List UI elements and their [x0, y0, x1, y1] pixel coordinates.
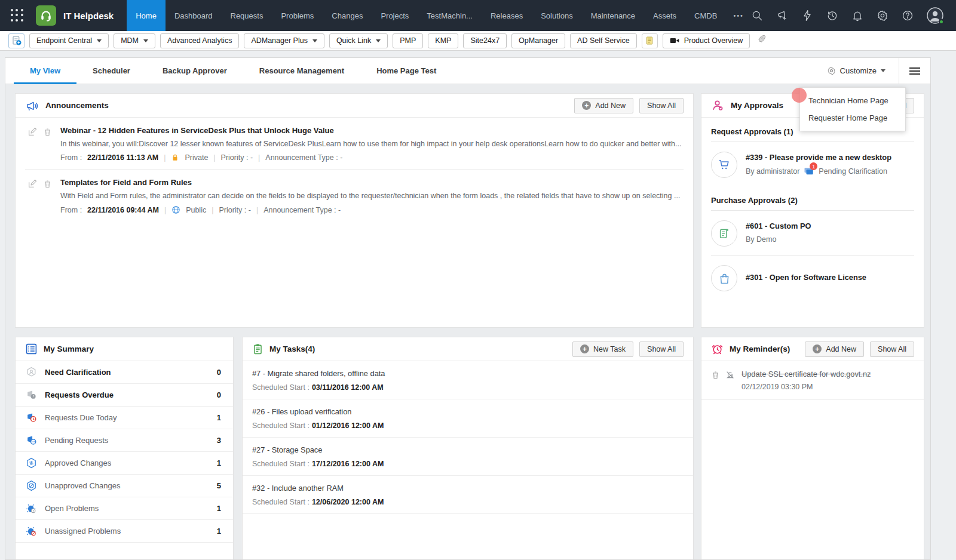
panel-title: My Approvals [731, 101, 783, 110]
nav-item-projects[interactable]: Projects [372, 0, 418, 31]
customize-dropdown-button[interactable]: Customize [814, 58, 899, 84]
nav-item-maintenance[interactable]: Maintenance [582, 0, 644, 31]
task-item[interactable]: #27 - Storage Space Scheduled Start :17/… [243, 438, 693, 476]
rocket-icon[interactable] [756, 34, 767, 47]
approval-meta: By Demo [746, 235, 811, 244]
show-all-reminders-button[interactable]: Show All [870, 341, 914, 357]
toolbar-button-kmp[interactable]: KMP [428, 33, 458, 48]
nav-item-dashboard[interactable]: Dashboard [166, 0, 222, 31]
toolbar-button-label: ADManager Plus [251, 36, 308, 45]
nav-item-cmdb[interactable]: CMDB [685, 0, 726, 31]
toolbar-button-quick-link[interactable]: Quick Link [329, 33, 388, 48]
edit-icon[interactable] [27, 127, 37, 137]
tab-home-page-test[interactable]: Home Page Test [360, 58, 452, 84]
chevron-down-icon [881, 69, 885, 72]
approval-title[interactable]: #601 - Custom PO [746, 221, 811, 230]
tasks-header: My Tasks(4) + New Task Show All [243, 337, 693, 361]
approval-title[interactable]: #301 - Open for Software License [746, 266, 866, 282]
show-all-announcements-button[interactable]: Show All [639, 98, 684, 113]
reminder-title[interactable]: Update SSL certificate for wdc.govt.nz [741, 370, 871, 379]
quick-actions-icon[interactable] [801, 10, 814, 22]
tab-scheduler[interactable]: Scheduler [76, 58, 146, 84]
nav-item-testmachine[interactable]: TestMachin... [418, 0, 482, 31]
nav-item-releases[interactable]: Releases [482, 0, 532, 31]
toolbar-button-pmp[interactable]: PMP [393, 33, 423, 48]
product-overview-button[interactable]: Product Overview [663, 33, 750, 48]
user-avatar[interactable] [927, 7, 943, 24]
app-grid-icon[interactable] [11, 9, 24, 22]
task-title[interactable]: #27 - Storage Space [252, 445, 684, 454]
toolbar-button-label: Site24x7 [470, 36, 500, 45]
tab-resource-management[interactable]: Resource Management [243, 58, 360, 84]
toolbar-button-admanager-plus[interactable]: ADManager Plus [244, 33, 324, 48]
task-title[interactable]: #26 - Files upload verification [252, 407, 684, 416]
toolbar-button-site24x7[interactable]: Site24x7 [463, 33, 507, 48]
history-icon[interactable] [826, 10, 839, 22]
tab-backup-approver[interactable]: Backup Approver [146, 58, 243, 84]
summary-row-pending-requests[interactable]: Pending Requests 3 [16, 429, 233, 452]
settings-gear-icon[interactable] [877, 10, 889, 22]
toolbar-button-label: MDM [121, 36, 139, 45]
toolbar-button-mdm[interactable]: MDM [114, 33, 155, 48]
task-title[interactable]: #7 - Migrate shared folders, offline dat… [252, 369, 684, 378]
announcement-title[interactable]: Webinar - 12 Hidden Features in ServiceD… [60, 126, 684, 135]
toolbar-button-ad-self-service[interactable]: AD Self Service [570, 33, 637, 48]
summary-label: Pending Requests [45, 436, 108, 445]
new-request-doc-icon[interactable] [8, 33, 24, 48]
notifications-bell-icon[interactable] [851, 10, 864, 22]
product-overview-label: Product Overview [684, 36, 743, 45]
customize-menu: Technician Home Page Requester Home Page [799, 87, 906, 131]
toolbar-button-label: Quick Link [336, 36, 371, 45]
summary-row-unapproved-changes[interactable]: Unapproved Changes 5 [16, 475, 233, 497]
nav-item-solutions[interactable]: Solutions [532, 0, 581, 31]
summary-row-approved-changes[interactable]: Approved Changes 1 [16, 452, 233, 475]
add-reminder-button[interactable]: + Add New [805, 341, 864, 357]
task-scheduled: Scheduled Start :03/11/2016 12:00 AM [252, 383, 684, 392]
nav-item-home[interactable]: Home [127, 0, 166, 31]
summary-row-need-clarification[interactable]: Need Clarification 0 [16, 361, 233, 384]
release-notes-icon[interactable] [642, 33, 658, 48]
video-camera-icon [670, 37, 679, 44]
scheduled-start-value: 03/11/2016 12:00 AM [312, 383, 384, 392]
nav-more-icon[interactable]: ••• [726, 0, 751, 31]
toolbar-button-endpoint-central[interactable]: Endpoint Central [29, 33, 109, 48]
task-title[interactable]: #32 - Include another RAM [252, 484, 684, 493]
purchase-item-icon-circle [711, 220, 737, 247]
nav-item-changes[interactable]: Changes [323, 0, 372, 31]
new-task-button[interactable]: + New Task [572, 341, 633, 357]
help-icon[interactable] [902, 10, 914, 22]
delete-icon[interactable] [43, 127, 52, 137]
delete-icon[interactable] [43, 179, 52, 189]
summary-row-unassigned-problems[interactable]: Unassigned Problems 1 [16, 520, 233, 543]
summary-row-requests-overdue[interactable]: Requests Overdue 0 [16, 384, 233, 407]
menu-item-requester-home-page[interactable]: Requester Home Page [800, 109, 905, 127]
delete-icon[interactable] [711, 370, 720, 380]
show-all-tasks-button[interactable]: Show All [639, 341, 684, 357]
primary-nav: Home Dashboard Requests Problems Changes… [127, 0, 751, 31]
task-item[interactable]: #7 - Migrate shared folders, offline dat… [243, 361, 693, 399]
toolbar-button-opmanager[interactable]: OpManager [511, 33, 565, 48]
nav-item-requests[interactable]: Requests [222, 0, 272, 31]
clarification-chat-icon[interactable]: 1 [804, 167, 814, 176]
nav-item-problems[interactable]: Problems [272, 0, 323, 31]
approval-title[interactable]: #339 - Please provide me a new desktop [746, 153, 891, 162]
summary-value: 5 [217, 481, 221, 490]
edit-icon[interactable] [27, 179, 37, 189]
announcement-title[interactable]: Templates for Field and Form Rules [60, 178, 684, 187]
alarm-off-icon[interactable] [725, 370, 735, 380]
plus-icon: + [580, 344, 589, 353]
panel-menu-button[interactable] [899, 58, 930, 84]
tab-my-view[interactable]: My View [14, 58, 76, 84]
announcement-add-icon[interactable] [776, 10, 789, 22]
pending-requests-icon [25, 435, 37, 447]
nav-item-assets[interactable]: Assets [644, 0, 685, 31]
helpdesk-logo-icon[interactable] [36, 5, 56, 26]
summary-row-open-problems[interactable]: Open Problems 1 [16, 497, 233, 520]
menu-item-technician-home-page[interactable]: Technician Home Page [800, 92, 905, 109]
add-announcement-button[interactable]: + Add New [574, 98, 633, 113]
task-item[interactable]: #32 - Include another RAM Scheduled Star… [243, 476, 693, 514]
summary-row-requests-due-today[interactable]: Requests Due Today 1 [16, 407, 233, 429]
toolbar-button-advanced-analytics[interactable]: Advanced Analytics [160, 33, 239, 48]
task-item[interactable]: #26 - Files upload verification Schedule… [243, 399, 693, 438]
search-icon[interactable] [751, 10, 764, 22]
